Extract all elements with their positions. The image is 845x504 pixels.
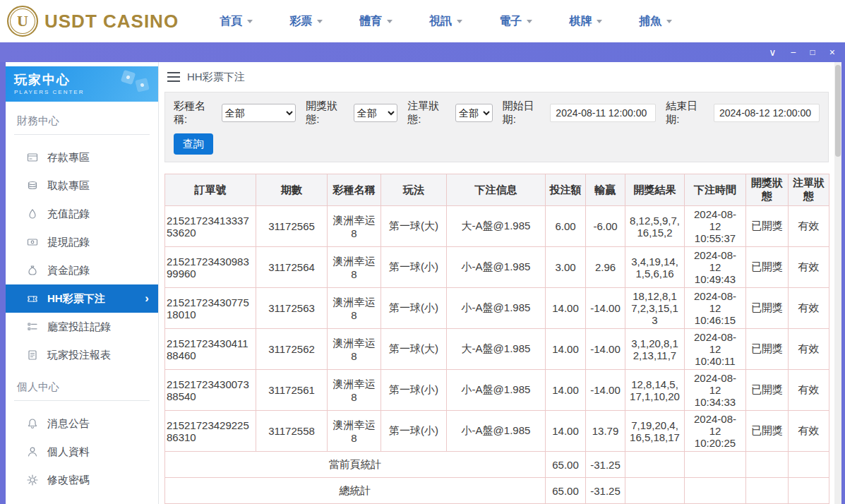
table-cell: 14.00 <box>546 370 586 411</box>
table-cell: 已開獎 <box>746 288 789 329</box>
lottery-name-select[interactable]: 全部 <box>222 104 296 122</box>
window-minimize-icon[interactable]: − <box>790 47 796 57</box>
breadcrumb: HH彩票下注 <box>159 62 834 92</box>
scrollbar-thumb[interactable] <box>835 65 841 157</box>
summary-empty-cell <box>625 452 685 478</box>
table-cell: 2024-08-12 10:49:43 <box>685 247 746 288</box>
table-cell: -14.00 <box>586 370 625 411</box>
window-close-icon[interactable]: × <box>829 47 835 57</box>
summary-empty-cell <box>789 452 829 478</box>
app-body: 玩家中心 PLAYERS CENTER 財務中心存款專區取款專區充值記錄提現記錄… <box>0 62 845 504</box>
table-row: 215217234133375362031172565澳洲幸运8第一球(大)大-… <box>165 206 829 247</box>
nav-item-0[interactable]: 首頁 <box>220 14 253 29</box>
logo-icon: U <box>7 6 38 37</box>
sidebar-item[interactable]: 個人資料 <box>6 438 158 466</box>
sidebar: 玩家中心 PLAYERS CENTER 財務中心存款專區取款專區充值記錄提現記錄… <box>6 62 159 504</box>
order-status-select[interactable]: 全部 <box>455 104 493 122</box>
table-cell: 第一球(小) <box>381 370 447 411</box>
end-date-input[interactable] <box>714 104 820 122</box>
sidebar-item[interactable]: 修改密碼 <box>6 466 158 494</box>
table-row: 215217234300738854031172561澳洲幸运8第一球(小)小-… <box>165 370 829 411</box>
table-cell: 澳洲幸运8 <box>328 206 381 247</box>
sidebar-item-label: 廳室投註記錄 <box>47 320 111 334</box>
table-cell: 13.79 <box>586 411 625 452</box>
table-cell: 18,12,8,17,2,3,15,13 <box>625 288 685 329</box>
table-cell: 澳洲幸运8 <box>328 288 381 329</box>
column-header: 開獎結果 <box>625 174 685 206</box>
summary-winloss-total: -31.25 <box>586 478 625 504</box>
table-cell: 31172561 <box>256 370 328 411</box>
summary-label: 總統計 <box>165 478 546 504</box>
sidebar-item[interactable]: 資金記錄 <box>6 256 158 284</box>
sidebar-item-label: 修改密碼 <box>47 474 90 487</box>
sidebar-item[interactable]: HH彩票下注› <box>6 284 158 313</box>
table-cell: 2152172343007388540 <box>165 370 256 411</box>
table-cell: 有效 <box>789 370 829 411</box>
table-cell: 第一球(大) <box>381 329 447 370</box>
draw-status-select[interactable]: 全部 <box>354 104 398 122</box>
filter-row: 彩種名稱: 全部 開獎狀態: 全部 注單狀態: 全部 開始日期: 結束日期: <box>174 100 820 126</box>
filter-panel: 彩種名稱: 全部 開獎狀態: 全部 注單狀態: 全部 開始日期: 結束日期: 查… <box>164 92 829 162</box>
table-cell: 已開獎 <box>746 370 789 411</box>
hamburger-menu-icon[interactable] <box>167 72 180 82</box>
page-title: HH彩票下注 <box>187 71 245 84</box>
sidebar-item-label: 消息公告 <box>47 417 90 431</box>
order-status-label: 注單狀態: <box>407 100 452 126</box>
hall-records-icon <box>27 321 38 332</box>
table-cell: 澳洲幸运8 <box>328 329 381 370</box>
table-cell: 小-A盤@1.985 <box>447 411 546 452</box>
window-controls: ∨ − □ × <box>769 47 835 57</box>
search-button[interactable]: 查詢 <box>174 133 213 155</box>
window-maximize-icon[interactable]: □ <box>810 48 815 56</box>
chevron-down-icon <box>597 20 602 23</box>
nav-item-label: 體育 <box>359 14 382 29</box>
table-cell: 已開獎 <box>746 411 789 452</box>
nav-item-2[interactable]: 體育 <box>359 14 392 29</box>
bell-icon <box>27 418 38 429</box>
sidebar-item[interactable]: 存款專區 <box>6 143 158 172</box>
nav-item-1[interactable]: 彩票 <box>289 14 323 29</box>
sidebar-item[interactable]: 充值記錄 <box>6 200 158 228</box>
window-chevron-icon[interactable]: ∨ <box>769 47 776 57</box>
table-cell: 2024-08-12 10:34:33 <box>685 370 746 411</box>
profile-icon <box>27 446 38 457</box>
table-cell: 澳洲幸运8 <box>328 247 381 288</box>
sidebar-item-label: 提現記錄 <box>47 236 90 249</box>
main-nav: 首頁彩票體育視訊電子棋牌捕魚 <box>220 14 672 29</box>
nav-item-label: 電子 <box>499 14 522 29</box>
table-cell: 小-A盤@1.985 <box>447 370 546 411</box>
nav-item-4[interactable]: 電子 <box>499 14 532 29</box>
column-header: 輸贏 <box>586 174 625 206</box>
sidebar-item-label: 玩家投注報表 <box>47 349 111 362</box>
table-cell: 第一球(小) <box>381 247 447 288</box>
nav-item-5[interactable]: 棋牌 <box>569 14 602 29</box>
table-cell: 澳洲幸运8 <box>328 370 381 411</box>
table-cell: -6.00 <box>586 206 625 247</box>
table-cell: 12,8,14,5,17,1,10,20 <box>625 370 685 411</box>
draw-status-label: 開獎狀態: <box>306 100 350 126</box>
start-date-label: 開始日期: <box>503 100 547 126</box>
table-cell: 2152172342922586310 <box>165 411 256 452</box>
start-date-input[interactable] <box>550 104 656 122</box>
sidebar-item[interactable]: 提現記錄 <box>6 228 158 256</box>
report-icon <box>27 349 38 361</box>
sidebar-item[interactable]: 廳室投註記錄 <box>6 313 158 341</box>
vertical-scrollbar[interactable] <box>834 62 841 504</box>
sidebar-item[interactable]: 玩家投注報表 <box>6 341 158 369</box>
sidebar-menu: 財務中心存款專區取款專區充值記錄提現記錄資金記錄HH彩票下注›廳室投註記錄玩家投… <box>6 113 158 504</box>
main-content: HH彩票下注 彩種名稱: 全部 開獎狀態: 全部 注單狀態: 全部 開始日期: … <box>159 62 834 504</box>
table-row: 215217234304118846031172562澳洲幸运8第一球(大)大-… <box>165 329 829 370</box>
nav-item-3[interactable]: 視訊 <box>429 14 462 29</box>
logo[interactable]: U USDT CASINO <box>7 6 179 37</box>
summary-empty-cell <box>685 478 746 504</box>
chevron-down-icon <box>317 20 323 23</box>
sidebar-subtitle: PLAYERS CENTER <box>14 89 150 95</box>
nav-item-label: 彩票 <box>289 14 312 29</box>
summary-bet-total: 65.00 <box>546 478 586 504</box>
table-cell: 14.00 <box>546 288 586 329</box>
table-cell: 2152172341333753620 <box>165 206 256 247</box>
sidebar-item[interactable]: 消息公告 <box>6 409 158 438</box>
sidebar-item[interactable]: 取款專區 <box>6 172 158 200</box>
nav-item-6[interactable]: 捕魚 <box>639 14 672 29</box>
table-cell: 小-A盤@1.985 <box>447 288 546 329</box>
